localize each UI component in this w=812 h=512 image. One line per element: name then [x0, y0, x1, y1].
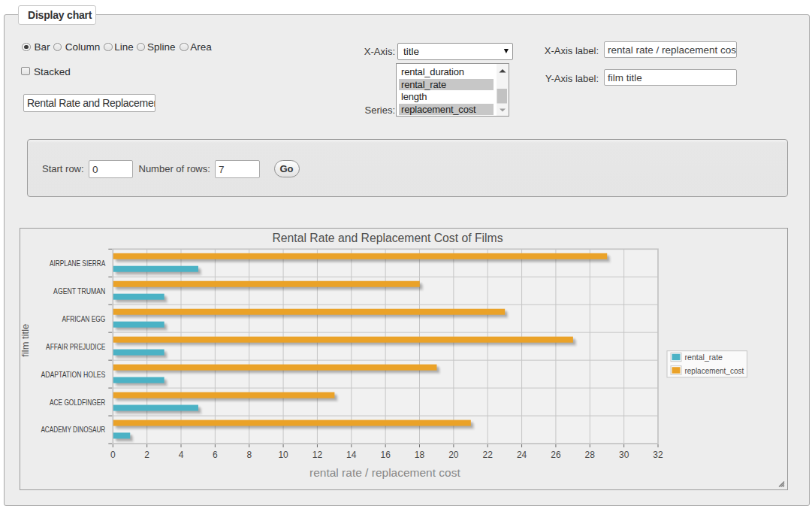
- svg-text:AFFAIR PREJUDICE: AFFAIR PREJUDICE: [46, 342, 105, 351]
- svg-text:16: 16: [380, 450, 391, 460]
- svg-text:ADAPTATION HOLES: ADAPTATION HOLES: [41, 370, 105, 379]
- svg-text:ACE GOLDFINGER: ACE GOLDFINGER: [50, 398, 105, 407]
- svg-text:28: 28: [585, 450, 596, 460]
- svg-text:Rental Rate and Replacement Co: Rental Rate and Replacement Cost of Film…: [273, 232, 503, 244]
- svg-text:24: 24: [517, 450, 527, 460]
- svg-text:12: 12: [312, 450, 323, 460]
- svg-text:4: 4: [179, 450, 184, 460]
- svg-text:AFRICAN EGG: AFRICAN EGG: [62, 314, 106, 323]
- svg-text:32: 32: [653, 450, 663, 460]
- svg-text:AIRPLANE SIERRA: AIRPLANE SIERRA: [50, 259, 106, 268]
- svg-text:22: 22: [483, 450, 494, 460]
- svg-text:film title: film title: [20, 324, 31, 357]
- svg-text:26: 26: [551, 450, 561, 460]
- svg-text:rental_rate: rental_rate: [685, 353, 723, 362]
- svg-text:0: 0: [110, 450, 116, 460]
- svg-text:2: 2: [144, 450, 149, 460]
- svg-text:ACADEMY DINOSAUR: ACADEMY DINOSAUR: [41, 425, 105, 434]
- svg-text:6: 6: [213, 450, 218, 460]
- svg-text:rental rate / replacement cost: rental rate / replacement cost: [309, 466, 460, 479]
- svg-text:14: 14: [346, 450, 357, 460]
- svg-text:10: 10: [278, 450, 288, 460]
- svg-text:30: 30: [619, 450, 629, 460]
- svg-text:18: 18: [415, 450, 425, 460]
- svg-text:20: 20: [448, 450, 459, 460]
- svg-text:8: 8: [246, 450, 252, 460]
- svg-text:replacement_cost: replacement_cost: [685, 366, 744, 375]
- svg-text:AGENT TRUMAN: AGENT TRUMAN: [53, 286, 105, 295]
